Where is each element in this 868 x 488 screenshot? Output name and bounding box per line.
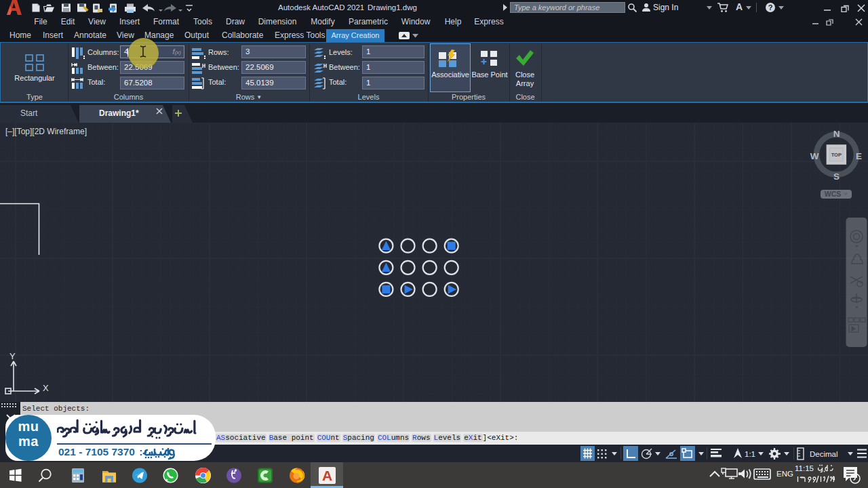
svg-text:N: N [833,129,840,139]
svg-text:A: A [322,468,332,483]
svg-text:WCS: WCS [825,190,842,198]
svg-text:TOP: TOP [831,152,842,158]
svg-text:Decimal: Decimal [810,450,838,458]
svg-text:E: E [856,151,862,161]
svg-text:Y: Y [9,351,16,361]
svg-text:W: W [810,151,819,161]
svg-text:1:1: 1:1 [745,450,755,458]
svg-text:ENG: ENG [776,470,793,478]
svg-text:?: ? [768,3,773,12]
svg-text:S: S [833,171,840,182]
svg-text:X: X [43,383,49,393]
